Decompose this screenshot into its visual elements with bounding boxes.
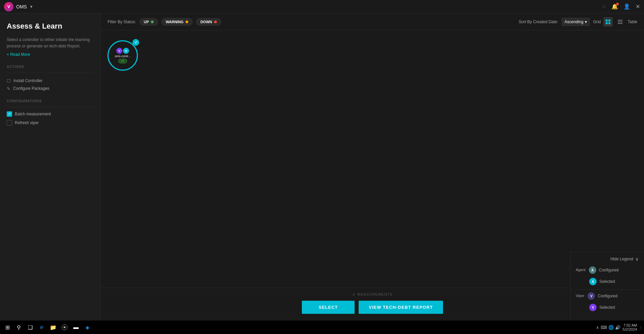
- notification-icon[interactable]: 🔔: [611, 3, 618, 10]
- titlebar: V OMS ▾ ○ 🔔 👤 ✕: [0, 0, 644, 13]
- chrome-button[interactable]: [60, 323, 69, 332]
- select-button[interactable]: SELECT: [302, 301, 355, 314]
- search-taskbar-button[interactable]: ⚲: [14, 323, 24, 332]
- controller-badges: V A: [116, 48, 129, 54]
- batch-measurement-label: Batch measurement: [15, 112, 51, 116]
- legend-agent-section: Agent A Configured A Selected: [576, 266, 639, 285]
- svg-rect-1: [608, 20, 610, 22]
- show-desktop-button[interactable]: |: [640, 325, 641, 329]
- sort-select[interactable]: Ascending ▾: [562, 18, 590, 26]
- agent-badge: A: [123, 48, 129, 54]
- legend-agent-configured-badge: A: [589, 266, 596, 274]
- tray-keyboard[interactable]: ⌨: [601, 325, 607, 330]
- legend-panel: Hide Legend ∨ Agent A Configured A Selec…: [570, 252, 644, 321]
- measurements-buttons: SELECT VIEW TECH-DEBT REPORT: [108, 301, 637, 314]
- grid-view-button[interactable]: [603, 17, 613, 27]
- list-view-button[interactable]: [615, 17, 625, 27]
- configurations-label: CONFIGURATIONS: [7, 99, 94, 103]
- folder-button[interactable]: 📁: [48, 323, 58, 332]
- legend-agent-selected-row: A Selected: [589, 278, 639, 285]
- legend-viper-selected-text: Selected: [599, 305, 615, 310]
- sidebar: Assess & Learn Select a controller to ei…: [0, 13, 101, 321]
- measurements-header[interactable]: ∧ MEASUREMENTS: [108, 292, 637, 297]
- close-icon[interactable]: ✕: [636, 3, 640, 10]
- configure-packages-action[interactable]: ✎ Configure Packages: [7, 85, 94, 92]
- content-area: Filter By Status: UP WARNING DOWN Sort B…: [101, 13, 644, 321]
- sort-section: Sort By Created Date: Ascending ▾ Grid: [519, 17, 637, 27]
- topbar: Filter By Status: UP WARNING DOWN Sort B…: [101, 13, 644, 30]
- page-title: Assess & Learn: [7, 22, 94, 31]
- legend-viper-configured-row: V Configured: [588, 292, 617, 300]
- legend-viper-section: Viper V Configured V Selected: [576, 292, 639, 311]
- legend-viper-configured-badge: V: [588, 292, 595, 300]
- actions-label: ACTIONS: [7, 65, 94, 69]
- start-button[interactable]: ⊞: [3, 323, 12, 332]
- read-more-link[interactable]: + Read More: [7, 52, 94, 57]
- clock-time: 7:02 AM: [622, 323, 637, 327]
- app-dropdown-arrow[interactable]: ▾: [30, 4, 33, 9]
- measurements-collapse-icon: ∧: [352, 292, 355, 297]
- batch-measurement-row[interactable]: Batch measurement: [7, 111, 94, 117]
- batch-measurement-checkbox[interactable]: [7, 111, 12, 117]
- warning-status-dot: [186, 21, 188, 23]
- svg-point-8: [64, 326, 66, 328]
- app-name: OMS: [16, 4, 27, 9]
- tray-icons: ∧ ⌨ 🌐 🔊: [596, 325, 620, 330]
- hide-legend-label: Hide Legend: [610, 257, 633, 261]
- filter-down-button[interactable]: DOWN: [196, 18, 221, 26]
- task-view-button[interactable]: ❑: [26, 323, 35, 332]
- measurements-title: MEASUREMENTS: [357, 292, 393, 296]
- edge-button[interactable]: e: [37, 323, 46, 332]
- configure-packages-label: Configure Packages: [13, 86, 49, 91]
- tray-network[interactable]: 🌐: [608, 325, 614, 330]
- svg-rect-6: [618, 23, 622, 24]
- circle-icon: ○: [602, 3, 606, 10]
- legend-agent-configured-text: Configured: [599, 268, 619, 272]
- svg-rect-5: [618, 22, 622, 22]
- titlebar-left: V OMS ▾: [4, 2, 33, 11]
- measurements-panel: ∧ MEASUREMENTS SELECT VIEW TECH-DEBT REP…: [101, 288, 644, 321]
- controller-card[interactable]: V A oms-contr... UP ✓: [108, 40, 138, 71]
- notification-dot: [616, 3, 619, 5]
- refresh-viper-checkbox[interactable]: [7, 120, 12, 125]
- taskbar-left: ⊞ ⚲ ❑ e 📁 ▬ ◈: [3, 323, 92, 332]
- grid-area: V A oms-contr... UP ✓: [101, 30, 644, 321]
- legend-collapse-icon: ∨: [635, 256, 639, 262]
- view-section: Grid Table: [593, 17, 637, 27]
- legend-agent-configured-row: A Configured: [589, 266, 619, 274]
- taskbar-right: ∧ ⌨ 🌐 🔊 7:02 AM 5/2/2024 |: [596, 323, 641, 331]
- sort-arrow-icon: ▾: [585, 20, 587, 24]
- svg-rect-0: [606, 20, 608, 22]
- up-status-dot: [151, 21, 154, 23]
- view-grid-label: Grid: [593, 20, 601, 24]
- legend-header[interactable]: Hide Legend ∨: [576, 256, 639, 262]
- controller-selected-check: ✓: [132, 39, 139, 46]
- sort-label: Sort By Created Date:: [519, 20, 558, 24]
- legend-divider: [576, 289, 639, 290]
- tray-chevron[interactable]: ∧: [596, 325, 599, 330]
- svg-rect-3: [608, 22, 610, 24]
- terminal-button[interactable]: ▬: [71, 323, 81, 332]
- down-status-dot: [214, 21, 217, 23]
- legend-viper-selected-row: V Selected: [589, 304, 639, 311]
- install-controller-action[interactable]: ☐ Install Controller: [7, 77, 94, 85]
- refresh-viper-row[interactable]: Refresh viper: [7, 120, 94, 125]
- legend-agent-label: Agent: [576, 268, 586, 272]
- vscode-button[interactable]: ◈: [83, 323, 92, 332]
- filter-warning-button[interactable]: WARNING: [161, 18, 193, 26]
- table-view-button[interactable]: Table: [628, 20, 637, 24]
- svg-rect-2: [606, 22, 608, 24]
- legend-viper-configured-text: Configured: [598, 294, 617, 298]
- user-icon[interactable]: 👤: [623, 3, 630, 10]
- filter-warning-label: WARNING: [166, 20, 184, 24]
- filter-label: Filter By Status:: [108, 20, 136, 24]
- configure-icon: ✎: [7, 86, 10, 91]
- taskbar-time: 7:02 AM 5/2/2024: [622, 323, 637, 331]
- filter-up-button[interactable]: UP: [139, 18, 158, 26]
- app-logo: V: [4, 2, 13, 11]
- sort-value: Ascending: [565, 20, 583, 24]
- controller-name: oms-contr...: [115, 54, 130, 58]
- tech-debt-button[interactable]: VIEW TECH-DEBT REPORT: [359, 301, 443, 314]
- controller-status: UP: [118, 59, 127, 63]
- tray-volume[interactable]: 🔊: [615, 325, 620, 330]
